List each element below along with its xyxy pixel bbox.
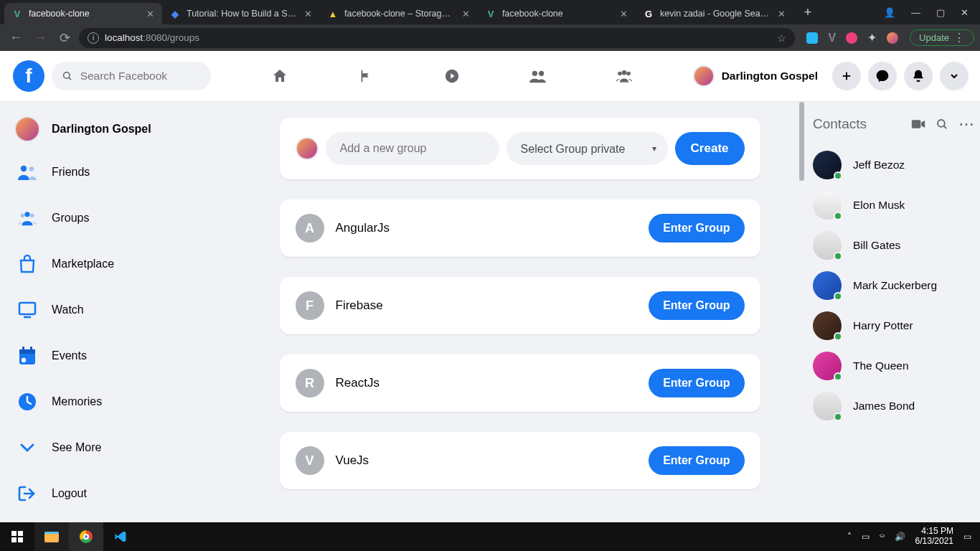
profile-icon[interactable] [887, 32, 898, 44]
clock-icon [14, 389, 40, 415]
taskbar-vscode-icon[interactable] [103, 522, 138, 551]
taskbar-explorer-icon[interactable] [34, 522, 69, 551]
tab-close-icon[interactable]: ✕ [776, 9, 786, 19]
back-button[interactable]: ← [6, 28, 26, 48]
minimize-icon[interactable]: — [911, 7, 920, 18]
browser-tab[interactable]: ▲ facebook-clone – Storage – F ✕ [320, 3, 478, 24]
sidebar-item-friends[interactable]: Friends [9, 154, 230, 191]
tray-volume-icon[interactable]: 🔊 [895, 532, 905, 542]
contact-item[interactable]: Bill Gates [813, 225, 976, 265]
sidebar-item-label: Watch [52, 303, 84, 316]
bookmark-star-icon[interactable]: ☆ [777, 32, 786, 44]
svg-point-0 [64, 72, 70, 78]
sidebar-item-logout[interactable]: Logout [9, 475, 230, 512]
tray-wifi-icon[interactable]: ⌔ [880, 532, 885, 542]
browser-tab[interactable]: V facebook-clone ✕ [478, 3, 636, 24]
browser-tab[interactable]: V facebook-clone ✕ [4, 3, 162, 24]
search-input[interactable] [80, 70, 201, 83]
sidebar-user[interactable]: Darlington Gospel [9, 110, 230, 148]
taskbar-clock[interactable]: 4:15 PM 6/13/2021 [915, 527, 953, 547]
create-group-button[interactable]: Create [675, 132, 745, 165]
bag-icon [14, 251, 40, 277]
sidebar-item-label: Marketplace [52, 258, 114, 270]
svg-point-10 [21, 166, 27, 171]
svg-point-3 [532, 71, 537, 76]
svg-point-5 [618, 72, 622, 76]
sidebar-item-calendar[interactable]: Events [9, 337, 230, 375]
tab-close-icon[interactable]: ✕ [618, 9, 628, 19]
contact-item[interactable]: Harry Potter [813, 306, 976, 346]
address-bar[interactable]: i localhost:8080/groups ☆ [79, 28, 795, 48]
tray-chevron-icon[interactable]: ˄ [847, 532, 852, 542]
group-card: V VueJs Enter Group [280, 432, 760, 489]
contact-item[interactable]: Jeff Bezoz [813, 145, 976, 185]
sidebar-item-monitor[interactable]: Watch [9, 291, 230, 329]
nav-home-icon[interactable] [265, 62, 294, 90]
sidebar-item-bag[interactable]: Marketplace [9, 245, 230, 283]
create-icon[interactable] [832, 62, 861, 90]
sidebar-item-clock[interactable]: Memories [9, 383, 230, 420]
new-group-input-wrap[interactable] [326, 132, 499, 165]
scrollbar-thumb[interactable] [799, 102, 804, 181]
app-topbar: f Darlington Gospel [0, 51, 980, 102]
sidebar-item-chevron[interactable]: See More [9, 429, 230, 466]
sidebar-item-label: Events [52, 349, 87, 362]
contact-item[interactable]: Mark Zuckerberg [813, 265, 976, 306]
sidebar-user-name: Darlington Gospel [52, 123, 151, 136]
contact-item[interactable]: James Bond [813, 386, 976, 426]
user-chip[interactable]: Darlington Gospel [693, 65, 825, 87]
maximize-icon[interactable]: ▢ [936, 7, 945, 18]
notifications-icon[interactable] [904, 62, 933, 90]
site-info-icon[interactable]: i [88, 32, 99, 44]
tab-close-icon[interactable]: ✕ [461, 9, 471, 19]
browser-tab[interactable]: G kevin zadai - Google Search ✕ [636, 3, 793, 24]
ext-icon-1[interactable] [806, 32, 818, 44]
reload-button[interactable]: ⟳ [55, 28, 75, 48]
enter-group-button[interactable]: Enter Group [649, 214, 744, 242]
tray-battery-icon[interactable]: ▭ [862, 532, 870, 542]
start-button[interactable] [0, 522, 34, 551]
update-button[interactable]: Update ⋮ [910, 29, 974, 46]
contact-avatar [813, 392, 842, 420]
ext-icon-vue[interactable]: V [828, 32, 836, 44]
svg-point-7 [626, 72, 631, 76]
group-privacy-select[interactable]: Select Group private [507, 132, 668, 165]
tab-close-icon[interactable]: ✕ [145, 9, 155, 19]
window-controls: 👤 — ▢ ✕ [872, 0, 980, 24]
video-call-icon[interactable] [911, 119, 925, 129]
nav-friends-icon[interactable] [524, 62, 552, 90]
messenger-icon[interactable] [868, 62, 897, 90]
nav-groups-icon[interactable] [610, 62, 639, 90]
new-group-input[interactable] [340, 142, 485, 155]
svg-rect-27 [11, 531, 17, 536]
tab-title: Tutorial: How to Build a Socia [187, 9, 297, 19]
group-privacy-select-wrap[interactable]: Select Group private [507, 132, 668, 165]
close-window-icon[interactable]: ✕ [961, 7, 969, 18]
contact-item[interactable]: The Queen [813, 346, 976, 386]
tray-notifications-icon[interactable]: ▭ [963, 532, 971, 542]
friends-icon [14, 159, 40, 185]
browser-tab[interactable]: ◆ Tutorial: How to Build a Socia ✕ [162, 3, 320, 24]
contact-item[interactable]: Elon Musk [813, 185, 976, 225]
contacts-search-icon[interactable] [936, 118, 948, 131]
nav-flag-icon[interactable] [352, 62, 380, 90]
account-dropdown-icon[interactable] [940, 62, 969, 90]
enter-group-button[interactable]: Enter Group [649, 446, 744, 475]
svg-point-21 [22, 358, 26, 362]
forward-button[interactable]: → [30, 28, 50, 48]
extensions-puzzle-icon[interactable]: ✦ [867, 31, 877, 44]
contact-avatar [813, 311, 842, 340]
contacts-more-icon[interactable]: ⋯ [958, 115, 976, 133]
taskbar-chrome-icon[interactable] [69, 522, 103, 551]
sidebar-item-groups[interactable]: Groups [9, 199, 230, 237]
facebook-logo[interactable]: f [13, 60, 44, 92]
nav-watch-icon[interactable] [438, 62, 466, 90]
center-nav [211, 62, 693, 90]
create-group-card: Select Group private Create [280, 118, 760, 179]
enter-group-button[interactable]: Enter Group [649, 291, 744, 320]
ext-icon-2[interactable] [846, 32, 857, 44]
new-tab-button[interactable]: + [798, 2, 818, 22]
search-box[interactable] [52, 62, 211, 90]
enter-group-button[interactable]: Enter Group [649, 369, 744, 397]
tab-close-icon[interactable]: ✕ [303, 9, 313, 19]
